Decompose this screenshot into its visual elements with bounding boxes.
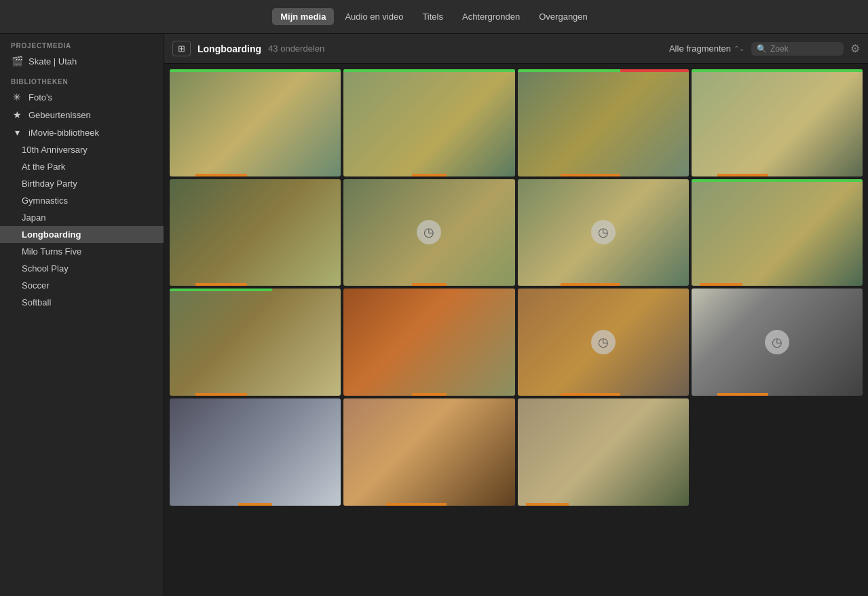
tab-overgangen[interactable]: Overgangen [531, 8, 596, 25]
sidebar: PROJECTMEDIA 🎬 Skate | Utah BIBLIOTHEKEN… [0, 34, 164, 596]
sidebar-item-fotos[interactable]: ✳ Foto's [0, 88, 164, 106]
sidebar-label-imovie-bibliotheek: iMovie-bibliotheek [29, 128, 99, 138]
video-thumb-5[interactable] [170, 179, 341, 286]
sidebar-item-soccer[interactable]: Soccer [0, 277, 164, 294]
video-thumb-9[interactable] [170, 288, 341, 396]
bibliotheken-header: BIBLIOTHEKEN [0, 70, 164, 88]
sidebar-label-soccer: Soccer [22, 280, 49, 291]
view-toggle-button[interactable]: ⊞ [172, 41, 191, 56]
sidebar-label-fotos: Foto's [29, 92, 52, 103]
tab-mijn-media[interactable]: Mijn media [272, 8, 334, 25]
filter-arrow-icon: ⌃⌄ [734, 45, 744, 52]
sidebar-item-at-the-park[interactable]: At the Park [0, 158, 164, 175]
media-count: 43 onderdelen [268, 43, 324, 54]
video-thumb-8[interactable] [692, 179, 863, 286]
video-thumb-3[interactable] [518, 69, 689, 176]
loading-icon-3: ◷ [591, 330, 616, 354]
video-thumb-10[interactable] [343, 288, 514, 396]
video-thumb-15[interactable] [343, 398, 514, 506]
projectmedia-header: PROJECTMEDIA [0, 34, 164, 52]
sidebar-item-japan[interactable]: Japan [0, 209, 164, 226]
sidebar-item-gymnastics[interactable]: Gymnastics [0, 192, 164, 209]
video-thumb-14[interactable] [170, 398, 341, 506]
video-thumb-16[interactable] [518, 398, 689, 506]
photos-icon: ✳ [11, 92, 23, 103]
sidebar-label-school-play: School Play [22, 263, 69, 274]
sidebar-label-skate-utah: Skate | Utah [29, 56, 77, 67]
media-title: Longboarding [197, 43, 261, 54]
sidebar-item-milo-turns-five[interactable]: Milo Turns Five [0, 243, 164, 260]
loading-icon: ◷ [417, 220, 441, 244]
sidebar-label-at-the-park: At the Park [22, 162, 65, 172]
content-pane: ⊞ Longboarding 43 onderdelen Alle fragme… [164, 34, 868, 596]
sidebar-item-school-play[interactable]: School Play [0, 260, 164, 277]
sidebar-label-gymnastics: Gymnastics [22, 195, 68, 206]
sidebar-item-birthday-party[interactable]: Birthday Party [0, 175, 164, 192]
main-area: PROJECTMEDIA 🎬 Skate | Utah BIBLIOTHEKEN… [0, 34, 868, 596]
loading-icon-2: ◷ [591, 220, 616, 244]
content-toolbar: ⊞ Longboarding 43 onderdelen Alle fragme… [164, 34, 868, 64]
sidebar-label-softball: Softball [22, 297, 51, 308]
film-icon: 🎬 [11, 56, 23, 67]
sidebar-item-softball[interactable]: Softball [0, 294, 164, 311]
sidebar-item-longboarding[interactable]: Longboarding [0, 226, 164, 243]
sidebar-label-10th-anniversary: 10th Anniversary [22, 145, 88, 155]
tab-achtergronden[interactable]: Achtergronden [454, 8, 528, 25]
video-thumb-1[interactable] [170, 69, 341, 176]
sidebar-item-imovie-bibliotheek[interactable]: ▾ iMovie-bibliotheek [0, 124, 164, 141]
sidebar-label-milo-turns-five: Milo Turns Five [22, 246, 81, 257]
video-thumb-2[interactable] [343, 69, 514, 176]
settings-button[interactable]: ⚙ [850, 42, 860, 55]
sidebar-label-japan: Japan [22, 212, 45, 223]
chevron-down-icon: ▾ [11, 127, 23, 138]
loading-icon-4: ◷ [765, 330, 789, 354]
sidebar-label-gebeurtenissen: Gebeurtenissen [29, 110, 91, 120]
sidebar-item-skate-utah[interactable]: 🎬 Skate | Utah [0, 52, 164, 70]
search-icon: 🔍 [757, 44, 767, 54]
tab-titels[interactable]: Titels [414, 8, 451, 25]
video-thumb-11[interactable]: ◷ [518, 288, 689, 396]
sidebar-label-birthday-party: Birthday Party [22, 179, 77, 189]
video-thumb-4[interactable] [692, 69, 863, 176]
sidebar-item-gebeurtenissen[interactable]: ★ Gebeurtenissen [0, 106, 164, 124]
video-thumb-7[interactable]: ◷ [518, 179, 689, 286]
tab-audio-en-video[interactable]: Audio en video [337, 8, 411, 25]
filter-label: Alle fragmenten [669, 43, 731, 54]
sidebar-item-10th-anniversary[interactable]: 10th Anniversary [0, 141, 164, 158]
video-thumb-6[interactable]: ◷ [343, 179, 514, 286]
sidebar-label-longboarding: Longboarding [22, 229, 81, 240]
video-grid-area: ◷ ◷ [164, 64, 868, 596]
star-icon: ★ [11, 109, 23, 120]
search-box: 🔍 [751, 42, 844, 56]
search-input[interactable] [770, 44, 838, 54]
filter-dropdown[interactable]: Alle fragmenten ⌃⌄ [669, 43, 744, 54]
video-thumb-13[interactable]: ◷ [692, 288, 863, 396]
top-toolbar: Mijn media Audio en video Titels Achterg… [0, 0, 868, 34]
video-grid: ◷ ◷ [170, 69, 863, 506]
